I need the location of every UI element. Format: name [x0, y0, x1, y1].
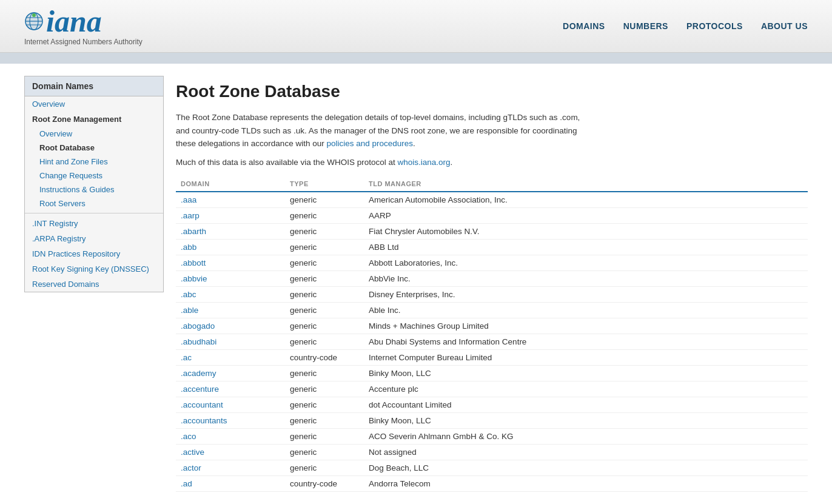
table-row: .aco generic ACO Severin Ahlmann GmbH & … [176, 428, 808, 444]
table-row: .abudhabi generic Abu Dhabi Systems and … [176, 334, 808, 349]
sidebar-sub-root-database[interactable]: Root Database [25, 141, 163, 155]
sidebar-item-reserved-domains[interactable]: Reserved Domains [25, 277, 163, 292]
domain-link[interactable]: .abbvie [181, 274, 207, 283]
col-header-domain: DOMAIN [176, 176, 285, 192]
domain-table: DOMAIN TYPE TLD MANAGER .aaa generic Ame… [176, 176, 808, 492]
cell-domain: .aarp [176, 207, 285, 223]
cell-domain: .abogado [176, 318, 285, 334]
cell-type: generic [285, 286, 364, 302]
whois-paragraph: Much of this data is also available via … [176, 158, 808, 167]
domain-link[interactable]: .ac [181, 353, 192, 362]
content-area: Root Zone Database The Root Zone Databas… [176, 76, 808, 498]
table-row: .abbvie generic AbbVie Inc. [176, 270, 808, 286]
cell-type: generic [285, 255, 364, 270]
cell-type: generic [285, 428, 364, 444]
cell-manager: ABB Ltd [364, 239, 808, 255]
table-row: .abbott generic Abbott Laboratories, Inc… [176, 255, 808, 270]
logo-area: iana Internet Assigned Numbers Authority [24, 6, 143, 46]
table-row: .abb generic ABB Ltd [176, 239, 808, 255]
cell-manager: Not assigned [364, 444, 808, 460]
table-row: .accountants generic Binky Moon, LLC [176, 412, 808, 428]
nav-about-us[interactable]: ABOUT US [761, 21, 808, 31]
table-row: .aarp generic AARP [176, 207, 808, 223]
table-header-row: DOMAIN TYPE TLD MANAGER [176, 176, 808, 192]
cell-domain: .accenture [176, 381, 285, 397]
table-row: .ac country-code Internet Computer Burea… [176, 349, 808, 365]
domain-link[interactable]: .aaa [181, 195, 196, 204]
nav-protocols[interactable]: PROTOCOLS [686, 21, 743, 31]
main-nav: DOMAINS NUMBERS PROTOCOLS ABOUT US [563, 21, 808, 31]
cell-manager: Binky Moon, LLC [364, 412, 808, 428]
logo-tagline: Internet Assigned Numbers Authority [24, 38, 143, 46]
col-header-type: TYPE [285, 176, 364, 192]
cell-manager: Minds + Machines Group Limited [364, 318, 808, 334]
cell-domain: .active [176, 444, 285, 460]
sidebar-sub-instructions[interactable]: Instructions & Guides [25, 183, 163, 197]
cell-manager: AARP [364, 207, 808, 223]
sidebar-box: Domain Names Overview Root Zone Manageme… [24, 76, 164, 292]
domain-link[interactable]: .academy [181, 369, 216, 378]
domain-link[interactable]: .abc [181, 290, 196, 299]
cell-manager: Andorra Telecom [364, 475, 808, 491]
table-row: .aaa generic American Automobile Associa… [176, 192, 808, 208]
sidebar-sub-root-servers[interactable]: Root Servers [25, 197, 163, 210]
domain-link[interactable]: .aarp [181, 211, 200, 220]
domain-link[interactable]: .abudhabi [181, 337, 216, 346]
policies-link[interactable]: policies and procedures [326, 139, 413, 148]
sidebar: Domain Names Overview Root Zone Manageme… [24, 76, 164, 498]
sidebar-title: Domain Names [25, 76, 163, 96]
domain-link[interactable]: .able [181, 306, 198, 315]
table-row: .accenture generic Accenture plc [176, 381, 808, 397]
sidebar-sub-overview[interactable]: Overview [25, 127, 163, 141]
cell-manager: Abbott Laboratories, Inc. [364, 255, 808, 270]
cell-manager: Internet Computer Bureau Limited [364, 349, 808, 365]
logo-text[interactable]: iana [46, 6, 102, 36]
table-row: .abc generic Disney Enterprises, Inc. [176, 286, 808, 302]
sidebar-item-arpa-registry[interactable]: .ARPA Registry [25, 231, 163, 246]
cell-manager: Abu Dhabi Systems and Information Centre [364, 334, 808, 349]
sidebar-sub-change-requests[interactable]: Change Requests [25, 169, 163, 183]
cell-type: generic [285, 270, 364, 286]
table-row: .abogado generic Minds + Machines Group … [176, 318, 808, 334]
cell-manager: ACO Severin Ahlmann GmbH & Co. KG [364, 428, 808, 444]
cell-domain: .abbott [176, 255, 285, 270]
cell-type: generic [285, 239, 364, 255]
cell-type: generic [285, 192, 364, 208]
cell-type: generic [285, 365, 364, 381]
nav-numbers[interactable]: NUMBERS [623, 21, 668, 31]
domain-link[interactable]: .actor [181, 463, 201, 472]
sidebar-sub-hint-zone[interactable]: Hint and Zone Files [25, 155, 163, 169]
cell-domain: .abc [176, 286, 285, 302]
sidebar-item-int-registry[interactable]: .INT Registry [25, 216, 163, 231]
domain-link[interactable]: .accountant [181, 400, 223, 409]
cell-manager: Dog Beach, LLC [364, 460, 808, 475]
cell-type: generic [285, 302, 364, 318]
nav-domains[interactable]: DOMAINS [563, 21, 605, 31]
domain-link[interactable]: .active [181, 448, 204, 457]
cell-domain: .aco [176, 428, 285, 444]
domain-link[interactable]: .abb [181, 243, 196, 252]
sidebar-divider [25, 213, 163, 213]
cell-domain: .actor [176, 460, 285, 475]
cell-manager: Fiat Chrysler Automobiles N.V. [364, 223, 808, 239]
cell-domain: .accountant [176, 397, 285, 412]
cell-domain: .ac [176, 349, 285, 365]
whois-link[interactable]: whois.iana.org [397, 158, 450, 167]
domain-link[interactable]: .accountants [181, 416, 227, 425]
domain-link[interactable]: .aco [181, 432, 196, 441]
domain-link[interactable]: .accenture [181, 385, 219, 394]
sidebar-item-idn[interactable]: IDN Practices Repository [25, 246, 163, 261]
domain-link[interactable]: .abogado [181, 321, 215, 331]
sidebar-item-overview[interactable]: Overview [25, 96, 163, 112]
cell-type: generic [285, 412, 364, 428]
domain-link[interactable]: .abbott [181, 258, 206, 267]
domain-link[interactable]: .ad [181, 479, 192, 488]
cell-manager: American Automobile Association, Inc. [364, 192, 808, 208]
sidebar-item-root-zone-management[interactable]: Root Zone Management [25, 112, 163, 127]
domain-link[interactable]: .abarth [181, 227, 206, 236]
cell-manager: Disney Enterprises, Inc. [364, 286, 808, 302]
table-row: .able generic Able Inc. [176, 302, 808, 318]
sidebar-item-root-key[interactable]: Root Key Signing Key (DNSSEC) [25, 261, 163, 277]
cell-domain: .academy [176, 365, 285, 381]
svg-point-6 [32, 13, 36, 17]
